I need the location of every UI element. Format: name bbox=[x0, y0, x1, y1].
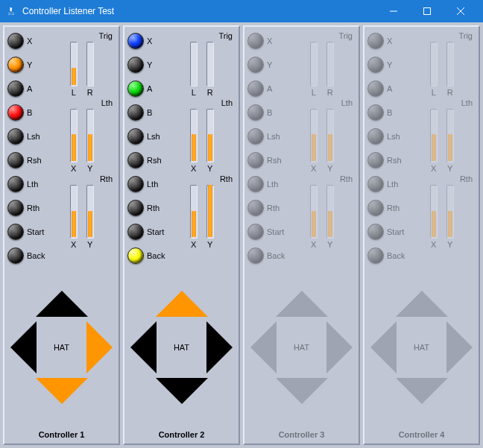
led-indicator bbox=[7, 104, 24, 121]
button-label: Lsh bbox=[147, 132, 160, 141]
hat-right-icon bbox=[326, 321, 353, 373]
maximize-button[interactable] bbox=[410, 0, 443, 22]
gauge-group-trig: TrigLR bbox=[288, 31, 356, 97]
hat-label: HAT bbox=[414, 343, 429, 352]
hat-up-icon bbox=[36, 291, 88, 317]
gauge-bar bbox=[206, 42, 214, 86]
button-label: Lsh bbox=[267, 132, 280, 141]
titlebar[interactable]: Controller Listener Test bbox=[0, 0, 483, 22]
gauge-bar bbox=[446, 185, 454, 239]
gauge-title: Rth bbox=[288, 174, 356, 183]
button-row-rsh: Rsh bbox=[127, 151, 165, 169]
hat-down-icon bbox=[396, 378, 448, 404]
button-label: X bbox=[267, 37, 272, 45]
button-label: Lsh bbox=[27, 132, 40, 141]
button-row-b: B bbox=[367, 103, 405, 122]
button-label: Rth bbox=[387, 204, 400, 212]
button-row-y: Y bbox=[247, 55, 285, 74]
gauge-title: Trig bbox=[48, 31, 116, 40]
button-row-y: Y bbox=[7, 55, 45, 74]
gauge-bar bbox=[430, 109, 438, 163]
led-indicator bbox=[127, 57, 144, 73]
button-row-x: X bbox=[127, 31, 165, 50]
button-row-lsh: Lsh bbox=[247, 127, 285, 145]
button-row-lsh: Lsh bbox=[367, 127, 405, 145]
button-row-lth: Lth bbox=[127, 174, 165, 193]
button-row-lth: Lth bbox=[7, 174, 45, 193]
minimize-button[interactable] bbox=[376, 0, 410, 22]
gauge-group-lth: LthXY bbox=[288, 98, 356, 173]
button-row-a: A bbox=[127, 79, 165, 98]
button-label: Lth bbox=[267, 180, 278, 189]
gauge-axis-label: L bbox=[432, 88, 436, 97]
led-indicator bbox=[247, 176, 264, 192]
button-label: Y bbox=[27, 60, 32, 69]
gauge-bar bbox=[326, 185, 334, 239]
led-indicator bbox=[367, 176, 384, 192]
gauge-bar bbox=[206, 185, 214, 239]
led-indicator bbox=[247, 33, 264, 49]
button-row-rth: Rth bbox=[127, 198, 165, 217]
gauge-axis-label: R bbox=[447, 88, 453, 97]
button-label: Y bbox=[267, 60, 272, 69]
gauge-title: Rth bbox=[408, 174, 476, 183]
gauge-bar bbox=[86, 185, 94, 239]
led-indicator bbox=[7, 152, 24, 168]
led-indicator bbox=[127, 176, 144, 192]
hat-dpad: HAT bbox=[367, 288, 476, 407]
gauge-axis-label: Y bbox=[447, 240, 452, 249]
gauge-group-trig: TrigLR bbox=[168, 31, 236, 97]
led-indicator bbox=[7, 176, 24, 192]
button-label: A bbox=[147, 84, 152, 93]
button-label: Y bbox=[147, 60, 152, 69]
app-window: Controller Listener Test XYABLshRshLthRt… bbox=[0, 0, 483, 448]
gauge-axis-label: L bbox=[72, 88, 76, 97]
button-label: B bbox=[387, 108, 392, 117]
button-row-y: Y bbox=[127, 55, 165, 74]
gauge-axis-label: L bbox=[312, 88, 316, 97]
hat-left-icon bbox=[130, 321, 157, 373]
gauge-title: Rth bbox=[48, 174, 116, 183]
button-row-a: A bbox=[7, 79, 45, 98]
led-indicator bbox=[127, 81, 144, 97]
gauge-bar bbox=[70, 42, 78, 86]
hat-dpad: HAT bbox=[247, 288, 356, 407]
button-row-a: A bbox=[367, 79, 405, 98]
controller-panel-2: XYABLshRshLthRthStartBackTrigLRLthXYRthX… bbox=[123, 25, 240, 445]
button-row-b: B bbox=[247, 103, 285, 122]
hat-up-icon bbox=[396, 291, 448, 317]
button-row-x: X bbox=[367, 31, 405, 50]
gauge-title: Trig bbox=[168, 31, 236, 40]
gauge-group-rth: RthXY bbox=[48, 174, 116, 249]
gauge-axis-label: L bbox=[192, 88, 196, 97]
button-label: Rth bbox=[147, 204, 160, 212]
close-button[interactable] bbox=[443, 0, 477, 22]
gauge-axis-label: X bbox=[431, 240, 436, 249]
gauge-bar bbox=[70, 185, 78, 239]
button-row-lth: Lth bbox=[367, 174, 405, 193]
led-indicator bbox=[367, 57, 384, 73]
led-indicator bbox=[7, 57, 24, 73]
controller-panel-3: XYABLshRshLthRthStartBackTrigLRLthXYRthX… bbox=[243, 25, 360, 445]
button-row-start: Start bbox=[247, 222, 285, 241]
gauge-group-rth: RthXY bbox=[408, 174, 476, 249]
gauge-group-trig: TrigLR bbox=[408, 31, 476, 97]
svg-rect-1 bbox=[423, 8, 430, 15]
button-label: B bbox=[147, 108, 152, 117]
gauge-bar bbox=[190, 185, 198, 239]
gauge-axis-label: Y bbox=[207, 164, 212, 173]
button-label: B bbox=[267, 108, 272, 117]
controller-panel-1: XYABLshRshLthRthStartBackTrigLRLthXYRthX… bbox=[3, 25, 120, 445]
button-label: Rsh bbox=[387, 156, 402, 165]
led-indicator bbox=[367, 200, 384, 216]
button-label: Y bbox=[387, 60, 392, 69]
gauge-bar bbox=[86, 109, 94, 163]
gauge-group-lth: LthXY bbox=[48, 98, 116, 173]
hat-label: HAT bbox=[294, 343, 309, 352]
button-row-start: Start bbox=[127, 222, 165, 241]
button-row-back: Back bbox=[367, 246, 405, 265]
gauge-bar bbox=[446, 109, 454, 163]
led-indicator bbox=[367, 247, 384, 264]
gauge-bar bbox=[430, 42, 438, 86]
led-indicator bbox=[127, 104, 144, 121]
